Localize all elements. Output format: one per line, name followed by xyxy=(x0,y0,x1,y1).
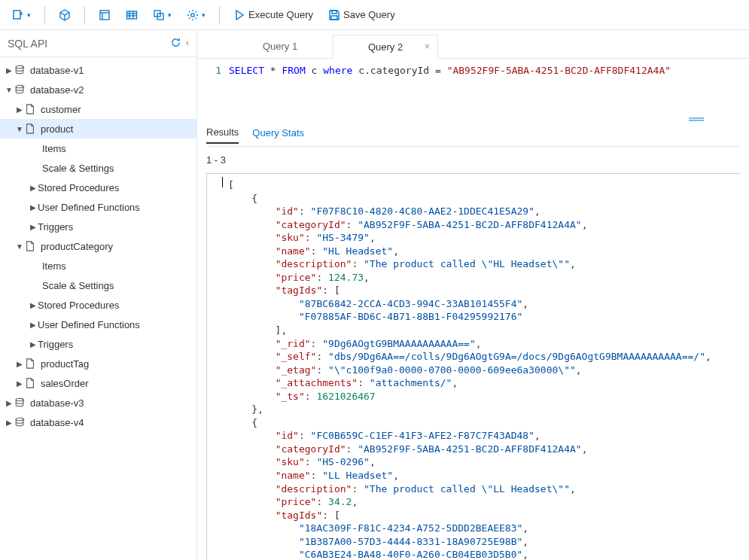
save-query-button[interactable]: Save Query xyxy=(322,6,401,24)
tree-node-database-v1[interactable]: ▶database-v1 xyxy=(0,60,196,80)
query-text[interactable]: SELECT * FROM c where c.categoryId = "AB… xyxy=(229,65,749,109)
execute-query-button[interactable]: Execute Query xyxy=(227,6,319,24)
sidebar-title: SQL API xyxy=(8,38,47,50)
svg-rect-6 xyxy=(127,11,137,19)
database-icon xyxy=(14,64,26,76)
tab-query-2[interactable]: Query 2× xyxy=(333,35,438,59)
tree-node-scale-&-settings[interactable]: Scale & Settings xyxy=(0,158,196,178)
caret-right-icon: ▶ xyxy=(29,184,38,192)
tree-node-database-v4[interactable]: ▶database-v4 xyxy=(0,412,196,432)
chevron-down-icon: ▾ xyxy=(202,11,206,19)
caret-down-icon: ▼ xyxy=(15,242,24,251)
tree-label: database-v4 xyxy=(30,417,84,428)
svg-rect-14 xyxy=(332,11,336,14)
clone-button[interactable]: ▾ xyxy=(147,6,178,24)
svg-point-13 xyxy=(191,13,194,16)
tree-node-user-defined-functions[interactable]: ▶User Defined Functions xyxy=(0,197,196,217)
caret-right-icon: ▶ xyxy=(29,321,38,329)
splitter-handle[interactable] xyxy=(197,115,749,124)
tree-label: productCategory xyxy=(41,241,113,252)
database-icon xyxy=(14,84,26,96)
tree-label: Items xyxy=(42,260,66,272)
tree-node-triggers[interactable]: ▶Triggers xyxy=(0,334,196,354)
new-button[interactable]: ▾ xyxy=(6,6,37,24)
result-tab-bar: Results Query Stats xyxy=(206,124,740,147)
caret-right-icon: ▶ xyxy=(5,399,14,407)
caret-right-icon: ▶ xyxy=(5,66,14,75)
tree-label: salesOrder xyxy=(41,378,89,389)
svg-rect-3 xyxy=(100,11,109,20)
sidebar-header: SQL API ‹ xyxy=(0,30,196,57)
separator xyxy=(219,6,220,24)
document-icon xyxy=(24,123,36,135)
tree-label: Stored Procedures xyxy=(38,182,119,193)
query-editor[interactable]: 1 SELECT * FROM c where c.categoryId = "… xyxy=(197,59,749,115)
tree-node-stored-procedures[interactable]: ▶Stored Procedures xyxy=(0,295,196,315)
tree-label: customer xyxy=(41,104,81,115)
line-number: 1 xyxy=(206,65,229,109)
tree-node-product[interactable]: ▼product xyxy=(0,119,196,138)
tree-node-stored-procedures[interactable]: ▶Stored Procedures xyxy=(0,178,196,197)
chevron-down-icon: ▾ xyxy=(168,11,172,19)
tab-label: Query 2 xyxy=(368,41,403,53)
database-icon xyxy=(14,416,26,428)
chevron-down-icon: ▾ xyxy=(27,11,31,19)
caret-down-icon: ▼ xyxy=(15,125,24,133)
caret-right-icon: ▶ xyxy=(29,340,38,348)
database-icon xyxy=(14,397,26,409)
tree-node-productcategory[interactable]: ▼productCategory xyxy=(0,236,196,256)
settings-button[interactable]: ▾ xyxy=(181,6,212,24)
sidebar: SQL API ‹ ▶database-v1▼database-v2▶custo… xyxy=(0,30,197,560)
tab-query-stats[interactable]: Query Stats xyxy=(252,127,304,143)
caret-down-icon: ▼ xyxy=(5,86,14,94)
save-query-label: Save Query xyxy=(343,9,395,20)
tree-label: database-v1 xyxy=(30,65,84,76)
tree-node-triggers[interactable]: ▶Triggers xyxy=(0,217,196,236)
tab-label: Query 1 xyxy=(263,41,297,52)
grid-button[interactable] xyxy=(120,6,144,24)
tree-label: Scale & Settings xyxy=(42,280,114,291)
tree-node-user-defined-functions[interactable]: ▶User Defined Functions xyxy=(0,315,196,334)
cube-button[interactable] xyxy=(53,6,77,24)
tree-label: User Defined Functions xyxy=(38,202,140,213)
caret-right-icon: ▶ xyxy=(5,418,14,427)
tab-results[interactable]: Results xyxy=(206,126,239,144)
caret-right-icon: ▶ xyxy=(15,105,24,114)
caret-right-icon: ▶ xyxy=(29,301,38,309)
caret-right-icon: ▶ xyxy=(29,223,38,231)
content-area: Query 1Query 2× 1 SELECT * FROM c where … xyxy=(197,30,749,560)
top-toolbar: ▾ ▾ ▾ Execute Query Save Query xyxy=(0,0,749,30)
tree-label: Items xyxy=(42,143,66,154)
tree-node-database-v2[interactable]: ▼database-v2 xyxy=(0,80,196,99)
tree-label: Triggers xyxy=(38,339,73,350)
document-icon xyxy=(24,377,36,389)
document-icon xyxy=(24,240,36,252)
caret-right-icon: ▶ xyxy=(15,379,24,388)
tree-node-scale-&-settings[interactable]: Scale & Settings xyxy=(0,275,196,295)
tree-node-producttag[interactable]: ▶productTag xyxy=(0,354,196,373)
document-icon xyxy=(24,358,36,370)
tree-node-items[interactable]: Items xyxy=(0,138,196,158)
tree-node-salesorder[interactable]: ▶salesOrder xyxy=(0,373,196,393)
result-json[interactable]: [ { "id": "F07F8C10-4820-4C80-AAE2-1DDEC… xyxy=(206,173,740,560)
tree-label: Stored Procedures xyxy=(38,300,119,311)
tree-label: Scale & Settings xyxy=(42,163,114,174)
tree-node-items[interactable]: Items xyxy=(0,256,196,275)
tree-label: database-v3 xyxy=(30,397,84,409)
tree-label: Triggers xyxy=(38,221,73,233)
execute-query-label: Execute Query xyxy=(248,9,313,20)
close-icon[interactable]: × xyxy=(425,41,430,52)
tree-label: database-v2 xyxy=(30,84,84,96)
refresh-icon[interactable] xyxy=(170,37,181,50)
tab-bar: Query 1Query 2× xyxy=(197,30,749,59)
collapse-icon[interactable]: ‹ xyxy=(186,37,189,50)
caret-right-icon: ▶ xyxy=(29,203,38,212)
tree-node-database-v3[interactable]: ▶database-v3 xyxy=(0,393,196,412)
tree-label: User Defined Functions xyxy=(38,319,140,330)
document-icon xyxy=(24,103,36,115)
panel-button[interactable] xyxy=(93,6,117,24)
tab-query-1[interactable]: Query 1 xyxy=(227,34,333,58)
tree-node-customer[interactable]: ▶customer xyxy=(0,99,196,119)
tree: ▶database-v1▼database-v2▶customer▼produc… xyxy=(0,57,196,560)
separator xyxy=(44,6,45,24)
